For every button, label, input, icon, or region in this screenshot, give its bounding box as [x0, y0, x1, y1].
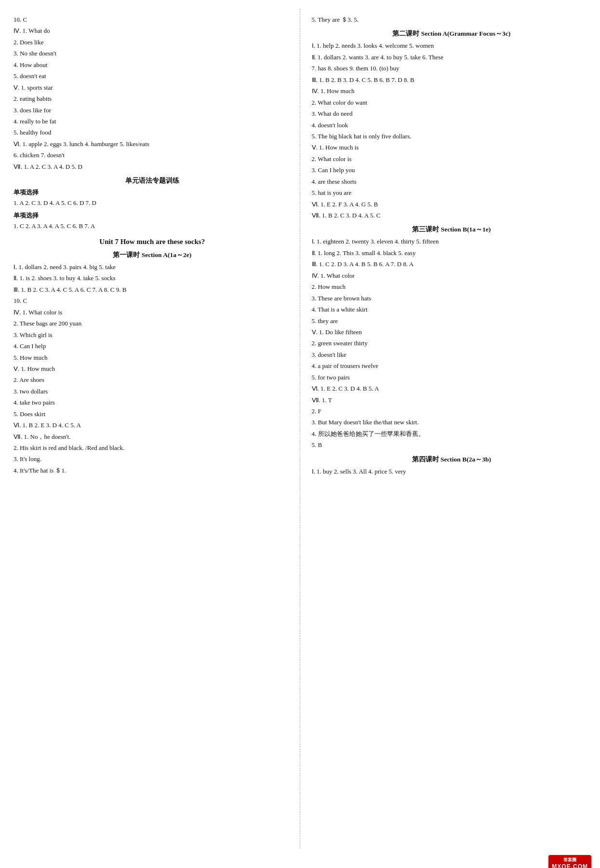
l3-line-2: Ⅲ. 1. C 2. D 3. A 4. B 5. B 6. A 7. D 8.…: [312, 259, 592, 269]
line-vi2: 6. chicken 7. doesn't: [13, 150, 291, 160]
l1-line-12: 4. take two pairs: [13, 397, 291, 407]
l1-line-7: 4. Can I help: [13, 341, 291, 351]
l3-line-6: 4. That is a white skirt: [312, 304, 592, 314]
l1-line-18: 4. It's/The hat is ＄1.: [13, 465, 291, 475]
l3-line-0: Ⅰ. 1. eighteen 2. twenty 3. eleven 4. th…: [312, 236, 592, 246]
lesson2-title: 第二课时 Section A(Grammar Focus～3c): [312, 29, 592, 38]
l3-line-8: Ⅴ. 1. Do like fifteen: [312, 327, 592, 337]
l3-line-4: 2. How much: [312, 282, 592, 292]
l2-line-2: 7. has 8. shoes 9. them 10. (to) buy: [312, 63, 592, 73]
unit-title: Unit 7 How much are these socks?: [13, 238, 291, 246]
l3-line-17: 4. 所以她爸爸给她买了一些苹果和香蕉。: [312, 429, 592, 439]
l2-line-12: 4. are these shorts: [312, 176, 592, 187]
line-iv2: 2. Does like: [13, 37, 291, 47]
line-10c: 10. C: [13, 14, 291, 25]
right-top-line: 5. They are ＄3. 5.: [312, 14, 592, 25]
l1-line-17: 3. It's long.: [13, 454, 291, 464]
l2-line-7: 4. doesn't look: [312, 120, 592, 130]
l2-line-9: Ⅴ. 1. How much is: [312, 142, 592, 152]
l3-line-11: 4. a pair of trousers twelve: [312, 361, 592, 371]
lesson3-content: Ⅰ. 1. eighteen 2. twenty 3. eleven 4. th…: [312, 236, 592, 450]
l1-line-1: Ⅱ. 1. is 2. shoes 3. to buy 4. take 5. s…: [13, 273, 291, 283]
grammar-section-title: 单元语法专题训练: [13, 176, 291, 185]
l1-line-5: 2. These bags are 200 yuan: [13, 318, 291, 328]
l4-line-0: Ⅰ. 1. buy 2. sells 3. All 4. price 5. ve…: [312, 466, 592, 476]
l1-line-3: 10. C: [13, 296, 291, 306]
line-v5: 5. healthy food: [13, 127, 291, 137]
lesson1-content: Ⅰ. 1. dollars 2. need 3. pairs 4. big 5.…: [13, 262, 291, 475]
l1-line-10: 2. Are shoes: [13, 375, 291, 385]
l3-line-1: Ⅱ. 1. long 2. This 3. small 4. black 5. …: [312, 248, 592, 258]
line-v1: Ⅴ. 1. sports star: [13, 82, 291, 93]
l1-line-8: 5. How much: [13, 353, 291, 363]
page: 10. C Ⅳ. 1. What do 2. Does like 3. No s…: [0, 0, 600, 868]
l2-line-13: 5. hat is you are: [312, 188, 592, 198]
watermark: 答案圈 MXQE.COM: [548, 855, 591, 868]
lesson4-content: Ⅰ. 1. buy 2. sells 3. All 4. price 5. ve…: [312, 466, 592, 476]
top-lines: 10. C Ⅳ. 1. What do 2. Does like 3. No s…: [13, 14, 291, 172]
line-v4: 4. really to be fat: [13, 116, 291, 126]
l3-line-13: Ⅵ. 1. E 2. C 3. D 4. B 5. A: [312, 383, 592, 393]
l2-line-11: 3. Can I help you: [312, 165, 592, 175]
l2-line-0: Ⅰ. 1. help 2. needs 3. looks 4. welcome …: [312, 41, 592, 51]
dan-label1: 单项选择: [13, 188, 291, 197]
l1-line-14: Ⅵ. 1. B 2. E 3. D 4. C 5. A: [13, 420, 291, 430]
line-v2: 2. eating habits: [13, 94, 291, 104]
watermark-top-text: 答案圈: [552, 857, 588, 863]
l3-line-5: 3. These are brown hats: [312, 293, 592, 303]
l1-line-11: 3. two dollars: [13, 386, 291, 396]
l1-line-4: Ⅳ. 1. What color is: [13, 307, 291, 317]
dan-line1: 1. A 2. C 3. D 4. A 5. C 6. D 7. D: [13, 198, 291, 208]
l2-line-5: 2. What color do want: [312, 97, 592, 108]
line-vii: Ⅶ. 1. A 2. C 3. A 4. D 5. D: [13, 162, 291, 172]
l2-line-8: 5. The big black hat is only five dollar…: [312, 131, 592, 141]
line-iv1: Ⅳ. 1. What do: [13, 26, 291, 36]
l2-line-3: Ⅲ. 1. B 2. B 3. D 4. C 5. B 6. B 7. D 8.…: [312, 75, 592, 85]
lesson4-title: 第四课时 Section B(2a～3b): [312, 455, 592, 464]
l1-line-13: 5. Does skirt: [13, 409, 291, 419]
l2-line-14: Ⅵ. 1. E 2. F 3. A 4. G 5. B: [312, 199, 592, 209]
lesson3-title: 第三课时 Section B(1a～1e): [312, 225, 592, 234]
l1-line-6: 3. Which girl is: [13, 330, 291, 340]
l3-line-10: 3. doesn't like: [312, 350, 592, 360]
left-column: 10. C Ⅳ. 1. What do 2. Does like 3. No s…: [0, 9, 300, 849]
line-vi: Ⅵ. 1. apple 2. eggs 3. lunch 4. hamburge…: [13, 139, 291, 149]
l1-line-0: Ⅰ. 1. dollars 2. need 3. pairs 4. big 5.…: [13, 262, 291, 272]
l3-line-3: Ⅳ. 1. What color: [312, 271, 592, 281]
l1-line-16: 2. His skirt is red and black. /Red and …: [13, 443, 291, 453]
line-iv3: 3. No she doesn't: [13, 48, 291, 58]
l3-line-18: 5. B: [312, 440, 592, 450]
l3-line-14: Ⅶ. 1. T: [312, 395, 592, 405]
watermark-bot-text: MXQE.COM: [552, 863, 588, 868]
l1-line-15: Ⅶ. 1. No，he doesn't.: [13, 432, 291, 442]
dan-label2: 单项选择: [13, 211, 291, 220]
l2-line-6: 3. What do need: [312, 108, 592, 119]
l1-line-2: Ⅲ. 1. B 2. C 3. A 4. C 5. A 6. C 7. A 8.…: [13, 285, 291, 295]
l2-line-15: Ⅶ. 1. B 2. C 3. D 4. A 5. C: [312, 210, 592, 220]
l3-line-9: 2. green sweater thirty: [312, 338, 592, 348]
line-iv4: 4. How about: [13, 60, 291, 70]
dan-line2: 1. C 2. A 3. A 4. A 5. C 6. B 7. A: [13, 221, 291, 231]
l1-line-9: Ⅴ. 1. How much: [13, 364, 291, 374]
l3-line-7: 5. they are: [312, 316, 592, 326]
l2-line-1: Ⅱ. 1. dollars 2. wants 3. are 4. to buy …: [312, 52, 592, 62]
l2-line-4: Ⅳ. 1. How much: [312, 86, 592, 96]
line-iv5: 5. doesn't eat: [13, 71, 291, 81]
l3-line-12: 5. for two pairs: [312, 372, 592, 382]
l2-line-10: 2. What color is: [312, 154, 592, 164]
l3-line-15: 2. F: [312, 406, 592, 416]
lesson2-content: Ⅰ. 1. help 2. needs 3. looks 4. welcome …: [312, 41, 592, 220]
l3-line-16: 3. But Mary doesn't like the/that new sk…: [312, 417, 592, 427]
lesson1-title: 第一课时 Section A(1a～2e): [13, 251, 291, 259]
line-v3: 3. does like for: [13, 105, 291, 115]
right-column: 5. They are ＄3. 5. 第二课时 Section A(Gramma…: [300, 9, 600, 849]
